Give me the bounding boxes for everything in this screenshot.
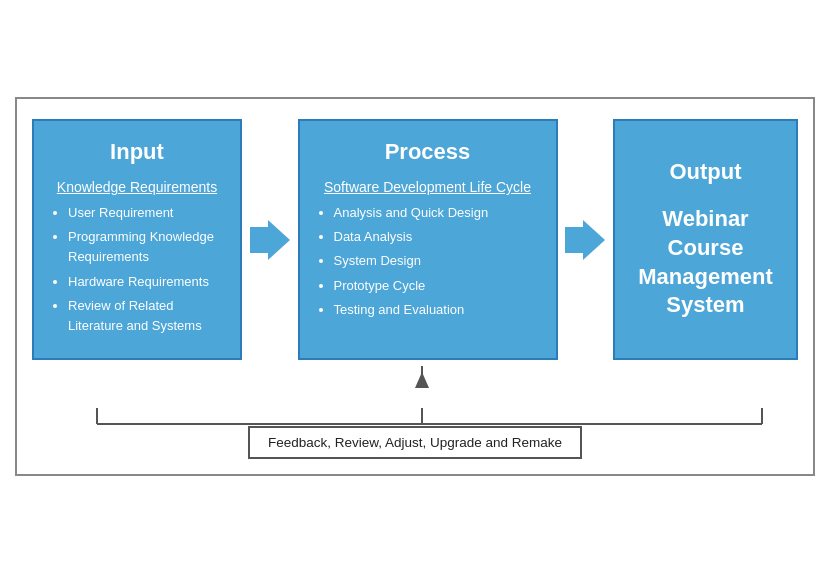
feedback-box: Feedback, Review, Adjust, Upgrade and Re… [248, 426, 582, 459]
input-box: Input Knowledge Requirements User Requir… [32, 119, 242, 360]
output-heading: Output [669, 159, 741, 185]
list-item: Prototype Cycle [334, 276, 540, 296]
process-heading: Process [316, 139, 540, 165]
list-item: Analysis and Quick Design [334, 203, 540, 223]
process-section-title: Software Development Life Cycle [316, 179, 540, 195]
list-item: Data Analysis [334, 227, 540, 247]
list-item: Programming Knowledge Requirements [68, 227, 224, 267]
arrow-process-to-output [559, 119, 611, 360]
list-item: Testing and Evaluation [334, 300, 540, 320]
list-item: Review of Related Literature and Systems [68, 296, 224, 336]
output-box: Output Webinar Course Management System [613, 119, 798, 360]
input-bullet-list: User Requirement Programming Knowledge R… [50, 203, 224, 336]
top-row: Input Knowledge Requirements User Requir… [32, 119, 798, 360]
list-item: System Design [334, 251, 540, 271]
svg-marker-1 [415, 372, 429, 388]
process-bullet-list: Analysis and Quick Design Data Analysis … [316, 203, 540, 320]
list-item: Hardware Requirements [68, 272, 224, 292]
input-heading: Input [50, 139, 224, 165]
list-item: User Requirement [68, 203, 224, 223]
output-subtitle: Webinar Course Management System [631, 205, 780, 319]
input-section-title: Knowledge Requirements [50, 179, 224, 195]
arrow-input-to-process [244, 119, 296, 360]
feedback-structure: Feedback, Review, Adjust, Upgrade and Re… [32, 366, 798, 459]
diagram-wrapper: Input Knowledge Requirements User Requir… [15, 97, 815, 476]
feedback-arrow-svg [32, 366, 798, 426]
feedback-label: Feedback, Review, Adjust, Upgrade and Re… [268, 435, 562, 450]
process-box: Process Software Development Life Cycle … [298, 119, 558, 360]
feedback-label-container: Feedback, Review, Adjust, Upgrade and Re… [32, 426, 798, 459]
